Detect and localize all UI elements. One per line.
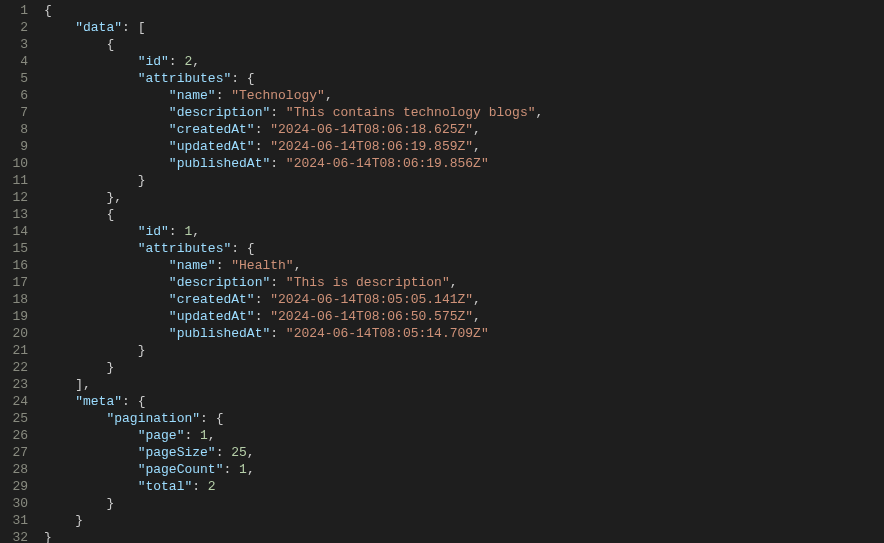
code-line: "pageCount": 1, [44, 461, 543, 478]
punctuation: { [44, 3, 52, 18]
code-line: "publishedAt": "2024-06-14T08:05:14.709Z… [44, 325, 543, 342]
line-number: 13 [0, 206, 28, 223]
json-key: "page" [138, 428, 185, 443]
punctuation: , [473, 309, 481, 324]
json-string: "2024-06-14T08:06:50.575Z" [270, 309, 473, 324]
punctuation: : { [231, 241, 254, 256]
json-key: "attributes" [138, 241, 232, 256]
punctuation: , [450, 275, 458, 290]
punctuation: : [ [122, 20, 145, 35]
punctuation: { [106, 37, 114, 52]
code-line: } [44, 172, 543, 189]
punctuation: : { [231, 71, 254, 86]
punctuation: ] [75, 377, 83, 392]
json-key: "id" [138, 224, 169, 239]
line-number: 12 [0, 189, 28, 206]
code-line: "updatedAt": "2024-06-14T08:06:50.575Z", [44, 308, 543, 325]
punctuation: , [294, 258, 302, 273]
code-line: "page": 1, [44, 427, 543, 444]
line-number: 28 [0, 461, 28, 478]
json-number: 2 [208, 479, 216, 494]
code-line: "data": [ [44, 19, 543, 36]
json-editor: 1234567891011121314151617181920212223242… [0, 0, 884, 543]
punctuation: : [270, 326, 286, 341]
json-key: "attributes" [138, 71, 232, 86]
line-number: 6 [0, 87, 28, 104]
json-key: "pageSize" [138, 445, 216, 460]
punctuation: , [192, 224, 200, 239]
code-line: "pagination": { [44, 410, 543, 427]
line-number-gutter: 1234567891011121314151617181920212223242… [0, 0, 38, 543]
code-line: } [44, 342, 543, 359]
punctuation: : [169, 224, 185, 239]
line-number: 3 [0, 36, 28, 53]
code-line: "meta": { [44, 393, 543, 410]
punctuation: : [216, 88, 232, 103]
line-number: 1 [0, 2, 28, 19]
line-number: 27 [0, 444, 28, 461]
json-number: 25 [231, 445, 247, 460]
json-key: "pagination" [106, 411, 200, 426]
line-number: 24 [0, 393, 28, 410]
line-number: 26 [0, 427, 28, 444]
punctuation: , [208, 428, 216, 443]
code-line: } [44, 495, 543, 512]
punctuation: : [255, 139, 271, 154]
punctuation: , [325, 88, 333, 103]
json-key: "data" [75, 20, 122, 35]
line-number: 25 [0, 410, 28, 427]
punctuation: : [223, 462, 239, 477]
json-string: "2024-06-14T08:06:19.859Z" [270, 139, 473, 154]
code-line: "createdAt": "2024-06-14T08:06:18.625Z", [44, 121, 543, 138]
code-line: "total": 2 [44, 478, 543, 495]
line-number: 29 [0, 478, 28, 495]
code-line: { [44, 2, 543, 19]
json-key: "name" [169, 88, 216, 103]
punctuation: : [255, 309, 271, 324]
punctuation: : [255, 292, 271, 307]
punctuation: , [473, 139, 481, 154]
punctuation: : { [200, 411, 223, 426]
code-line: "attributes": { [44, 70, 543, 87]
line-number: 10 [0, 155, 28, 172]
line-number: 4 [0, 53, 28, 70]
json-key: "id" [138, 54, 169, 69]
punctuation: , [473, 122, 481, 137]
punctuation: : [216, 445, 232, 460]
code-line: "pageSize": 25, [44, 444, 543, 461]
punctuation: } [106, 360, 114, 375]
line-number: 20 [0, 325, 28, 342]
code-line: "id": 1, [44, 223, 543, 240]
line-number: 17 [0, 274, 28, 291]
punctuation: , [247, 445, 255, 460]
code-area[interactable]: { "data": [ { "id": 2, "attributes": { "… [38, 0, 543, 543]
punctuation: } [44, 530, 52, 543]
code-line: } [44, 512, 543, 529]
punctuation: : { [122, 394, 145, 409]
line-number: 21 [0, 342, 28, 359]
punctuation: : [270, 105, 286, 120]
json-key: "updatedAt" [169, 309, 255, 324]
punctuation: : [169, 54, 185, 69]
punctuation: } [75, 513, 83, 528]
punctuation: , [247, 462, 255, 477]
code-line: "description": "This contains technology… [44, 104, 543, 121]
punctuation: , [83, 377, 91, 392]
code-line: "updatedAt": "2024-06-14T08:06:19.859Z", [44, 138, 543, 155]
code-line: { [44, 206, 543, 223]
json-key: "description" [169, 105, 270, 120]
punctuation: } [106, 496, 114, 511]
line-number: 11 [0, 172, 28, 189]
line-number: 2 [0, 19, 28, 36]
punctuation: , [536, 105, 544, 120]
json-number: 1 [200, 428, 208, 443]
json-key: "createdAt" [169, 292, 255, 307]
punctuation: : [184, 428, 200, 443]
punctuation: : [270, 156, 286, 171]
punctuation: { [106, 207, 114, 222]
code-line: } [44, 529, 543, 543]
json-key: "updatedAt" [169, 139, 255, 154]
json-key: "total" [138, 479, 193, 494]
punctuation: : [216, 258, 232, 273]
punctuation: : [270, 275, 286, 290]
